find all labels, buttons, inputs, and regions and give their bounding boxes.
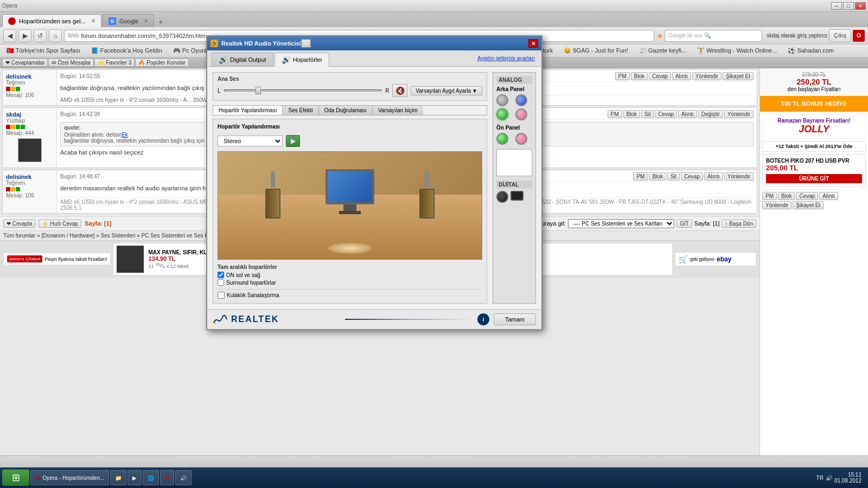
bookmark-9gag[interactable]: 😄 9GAG - Just for Fun! <box>559 46 633 55</box>
ozel-mesajlar-button[interactable]: ✉ Özel Mesajlar <box>48 59 94 67</box>
pm-btn-2[interactable]: PM <box>608 110 622 118</box>
start-button[interactable]: ⊞ <box>2 470 29 486</box>
speaker-config-dropdown[interactable]: Stereo <box>218 136 283 146</box>
goto-select[interactable]: ---- PC Ses Sistemleri ve Ses Kartları <box>568 219 674 228</box>
alinti-btn-3[interactable]: Alıntı <box>704 172 723 181</box>
urun-git-btn[interactable]: ÜRÜNE GİT <box>766 174 862 183</box>
cevap-btn-1[interactable]: Cevap <box>649 72 671 80</box>
realtek-logo-text: REALTEK <box>231 314 279 324</box>
pm-right-1[interactable]: PM <box>762 192 777 200</box>
digital-connector-round[interactable] <box>496 191 508 203</box>
cevap-right-1[interactable]: Cevap <box>796 192 818 200</box>
degistir-btn-2[interactable]: Değiştir <box>698 110 723 118</box>
populer-konular-button[interactable]: 🔥 Popüler Konular <box>135 59 189 67</box>
reload-button[interactable]: ↺ <box>34 29 47 42</box>
alinti-right-1[interactable]: Alıntı <box>819 192 838 200</box>
go-to-section: Buraya git: ---- PC Ses Sistemleri ve Se… <box>538 219 756 228</box>
connector-front-green[interactable] <box>496 133 508 145</box>
minimize-button[interactable]: ─ <box>831 2 842 10</box>
sil-btn-3[interactable]: Sil <box>667 172 680 181</box>
digital-title: DİJİTAL <box>496 181 532 189</box>
bookmark-facebook[interactable]: 📘 Facebook'a Hoş Geldin <box>87 46 167 55</box>
maximize-button[interactable]: □ <box>843 2 854 10</box>
cevaplamalar-button[interactable]: ❤ Cevaplamalar <box>2 59 48 67</box>
default-device-btn[interactable]: Varsayılan Aygıt Ayarla ▼ <box>411 86 482 95</box>
front-panel-connectors <box>496 133 532 145</box>
clock-time: 15:11 <box>834 472 861 478</box>
speaker-test-play-btn[interactable]: ▶ <box>286 135 300 147</box>
taskbar-media-item[interactable]: ▶ <box>127 470 142 485</box>
new-tab-button[interactable]: + <box>155 16 166 27</box>
taskbar-opera-item[interactable]: O Opera - Hoparlörümden... <box>30 470 109 485</box>
basa-don-btn[interactable]: ↑ Başa Dön <box>722 220 756 228</box>
blok-btn-1[interactable]: Blok <box>631 72 648 80</box>
sikayet-btn-1[interactable]: Şikayet Et <box>723 72 754 80</box>
tab-1-close[interactable]: ✕ <box>91 18 95 24</box>
ok-button[interactable]: Tamam <box>494 313 536 325</box>
cevap-btn-2[interactable]: Cevap <box>655 110 677 118</box>
tab-2-close[interactable]: ✕ <box>144 18 148 24</box>
mute-button[interactable]: 🔇 <box>392 84 407 97</box>
volume-slider[interactable] <box>224 89 382 92</box>
yonlendir-btn-2[interactable]: Yönlendir <box>724 110 754 118</box>
checkbox-surround-input[interactable] <box>218 279 224 286</box>
connector-green[interactable] <box>496 108 508 120</box>
taskbar-volume-item[interactable]: 🔊 <box>175 470 192 485</box>
bookmark-wrestling[interactable]: 🏋 Wrestling - Watch Online... <box>693 46 781 55</box>
tab-1[interactable]: Hoparlörümden ses gel... ✕ <box>2 14 101 27</box>
yonlendir-right-1[interactable]: Yönlendir <box>762 201 792 209</box>
bookmark-gazete[interactable]: 📰 Gazete keyfi... <box>635 46 691 55</box>
sikayet-right-1[interactable]: Şikayet Et <box>793 201 824 209</box>
dialog-tab-digital[interactable]: 🔊 Digital Output <box>212 53 273 66</box>
taskbar-chrome-item[interactable]: 🌐 <box>143 470 159 485</box>
hizli-cevap-btn[interactable]: ⚡ Hızlı Cevap <box>39 220 81 228</box>
bookmark-turkey[interactable]: 🇹🇷 Türkiye'nin Spor Sayfası <box>2 46 85 55</box>
git-btn[interactable]: GİT <box>676 220 692 228</box>
blok-right-1[interactable]: Blok <box>778 192 795 200</box>
close-button[interactable]: ✕ <box>855 2 866 10</box>
pm-btn-3[interactable]: PM <box>633 172 648 181</box>
connector-blue[interactable] <box>515 94 527 106</box>
connector-front-pink[interactable] <box>515 133 527 145</box>
yonlendir-btn-3[interactable]: Yönlendir <box>724 172 754 181</box>
dialog-min-btn[interactable]: ─ <box>301 39 311 48</box>
back-panel-connectors <box>496 94 532 120</box>
sp-tab-default[interactable]: Varsayılan biçim <box>373 106 423 115</box>
logout-button[interactable]: Çıkış <box>829 29 851 42</box>
ad-price: 278,00 TL 250,20 TL den başlayan Fiyatla… <box>760 68 868 96</box>
home-button[interactable]: ⌂ <box>49 29 62 42</box>
favoriler-button[interactable]: ⭐ Favoriler 3 <box>94 59 135 67</box>
digital-connector-rect[interactable] <box>510 191 524 201</box>
headphone-checkbox[interactable] <box>218 292 225 299</box>
bookmark-sahadan[interactable]: ⚽ Sahadan.com <box>783 46 838 55</box>
alinti-btn-2[interactable]: Alıntı <box>678 110 697 118</box>
sp-tab-config[interactable]: Hoparlör Yapılandırması <box>213 106 283 115</box>
taskbar-file-item[interactable]: 📁 <box>110 470 126 485</box>
front-panel-input-box <box>496 149 532 176</box>
blok-btn-2[interactable]: Blok <box>623 110 640 118</box>
connector-pink[interactable] <box>515 108 527 120</box>
dialog-close-btn[interactable]: ✕ <box>528 39 538 48</box>
connector-gray[interactable] <box>496 94 508 106</box>
cevapla-btn[interactable]: ❤ Cevapla <box>3 220 35 228</box>
sp-tab-effect[interactable]: Ses Efekti <box>283 106 318 115</box>
sp-tab-room[interactable]: Oda Doğrulaması <box>319 106 373 115</box>
vol-slider-thumb[interactable] <box>256 87 261 94</box>
back-button[interactable]: ◀ <box>3 29 16 42</box>
taskbar-opera2-item[interactable]: O <box>160 470 174 485</box>
advanced-settings-link[interactable]: Aygıtın gelişmiş ayarları <box>475 53 537 66</box>
checkbox-on-sol-sag-input[interactable] <box>218 272 224 278</box>
page-num-right: Sayfa: [1] <box>694 220 719 227</box>
blok-btn-3[interactable]: Blok <box>649 172 666 181</box>
sil-btn-2[interactable]: Sil <box>641 110 654 118</box>
pm-btn-1[interactable]: PM <box>615 72 630 80</box>
search-bar[interactable]: Google ile ara 🔍 <box>665 30 762 42</box>
yonlendir-btn-1[interactable]: Yönlendir <box>692 72 722 80</box>
tab-2[interactable]: G Google ✕ <box>103 14 154 27</box>
info-button[interactable]: i <box>477 313 489 325</box>
cevap-btn-3[interactable]: Cevap <box>681 172 703 181</box>
forward-button[interactable]: ▶ <box>18 29 31 42</box>
dialog-tab-speakers[interactable]: 🔊 Hoparlörler <box>275 53 329 67</box>
post-actions-1: PM Blok Cevap Alıntı Yönlendir Şikayet E… <box>615 72 754 80</box>
alinti-btn-1[interactable]: Alıntı <box>672 72 691 80</box>
